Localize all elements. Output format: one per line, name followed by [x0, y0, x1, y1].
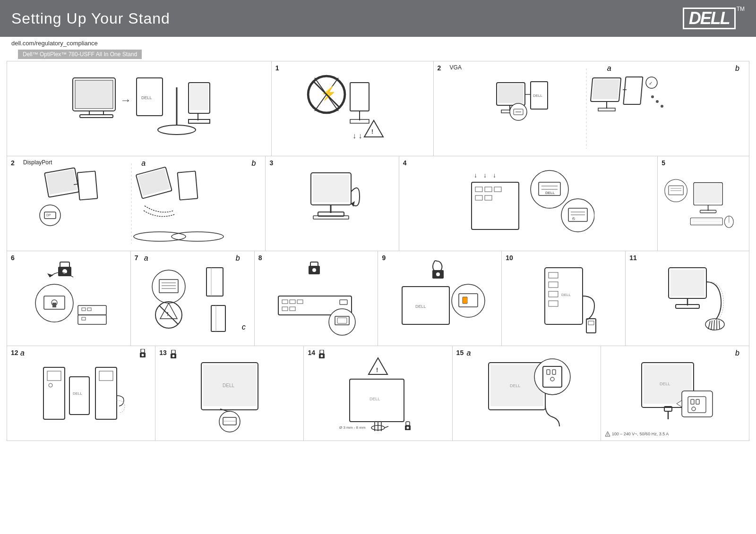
svg-rect-106 [82, 308, 86, 311]
svg-line-158 [711, 321, 712, 330]
dell-logo: DELL [683, 8, 736, 29]
panel-10-illustration: DELL [506, 258, 621, 339]
panel-7-number: 7 [135, 254, 138, 262]
svg-rect-12 [189, 119, 210, 123]
svg-rect-130 [282, 307, 288, 311]
svg-rect-68 [485, 195, 492, 200]
svg-text:⚡: ⚡ [320, 85, 337, 101]
voltage-text: 100 – 240 V~, 50/60 Hz, 3.5 A [612, 432, 669, 436]
svg-rect-148 [549, 301, 558, 306]
svg-rect-54 [178, 171, 198, 200]
svg-rect-1 [75, 80, 113, 109]
svg-rect-127 [282, 300, 288, 304]
svg-point-196 [407, 427, 409, 429]
panel-2dp-b-label: b [252, 159, 256, 168]
panel-12-a-label: a [20, 349, 25, 357]
panel-7-b-label: b [236, 254, 240, 263]
svg-line-157 [708, 321, 710, 329]
svg-text:DELL: DELL [533, 93, 543, 98]
svg-rect-39 [624, 77, 643, 104]
svg-marker-109 [47, 273, 53, 277]
panel-15a-number: 15 [456, 349, 464, 356]
product-label-container: Dell™ OptiPlex™ 780-USFF All In One Stan… [7, 50, 749, 61]
panel-2-b-label: b [735, 64, 739, 73]
product-label: Dell™ OptiPlex™ 780-USFF All In One Stan… [18, 50, 142, 59]
svg-rect-58 [313, 175, 349, 202]
svg-rect-90 [690, 218, 722, 225]
dell-logo-container: DELL TM [683, 8, 745, 29]
tm-symbol: TM [737, 6, 745, 12]
svg-line-161 [719, 321, 720, 329]
svg-rect-46 [46, 170, 77, 195]
panel-2-vga-illustration: DELL [438, 68, 745, 149]
panel-15a-label: a [467, 349, 471, 357]
svg-rect-102 [52, 303, 56, 307]
panel-11: 11 [626, 251, 749, 346]
panel-2-vga-sublabel: VGA [450, 64, 462, 71]
panel-2-vga: 2 VGA a b DELL [434, 61, 749, 156]
panel-intro-illustration: → DELL [11, 68, 267, 149]
panel-14-lock-icon [318, 350, 326, 361]
svg-rect-36 [593, 79, 620, 99]
panel-12-b-icon [139, 349, 146, 360]
panel-4-illustration: ↓ ↓ ↓ DELL [403, 163, 653, 244]
panel-4: 4 ↓ ↓ ↓ [399, 156, 658, 251]
footer-voltage-note: ! 100 – 240 V~, 50/60 Hz, 3.5 A [605, 431, 669, 437]
svg-rect-129 [297, 300, 303, 304]
instruction-row-3: 6 [7, 251, 749, 346]
svg-text:↓: ↓ [483, 171, 487, 179]
instruction-row-1: → DELL 1 [7, 61, 749, 156]
panel-2dp-a-label: a [141, 159, 146, 168]
panel-9-number: 9 [382, 254, 386, 262]
svg-point-200 [534, 359, 570, 395]
svg-marker-117 [160, 303, 177, 319]
panel-5: 5 [658, 156, 749, 251]
panel-8-illustration [258, 258, 374, 339]
svg-point-56 [172, 232, 223, 241]
svg-rect-64 [475, 187, 482, 192]
svg-point-125 [312, 268, 316, 272]
svg-rect-119 [206, 268, 223, 296]
panel-9: 9 DELL [378, 251, 502, 346]
panel-13-illustration: DELL [159, 353, 300, 433]
svg-rect-162 [141, 349, 145, 353]
svg-rect-172 [172, 350, 175, 354]
svg-line-192 [385, 426, 388, 428]
panel-2-dp-number: 2 [11, 159, 15, 167]
panel-2-dp-illustration: DP [11, 163, 261, 244]
panel-12-number: 12 [11, 349, 18, 356]
panel-6-illustration [11, 258, 127, 339]
panel-14: 14 ! DELL [304, 346, 452, 441]
panel-intro: → DELL [7, 61, 272, 156]
svg-rect-87 [695, 184, 722, 203]
panel-14-number: 14 [308, 349, 315, 356]
svg-rect-131 [290, 307, 295, 311]
panel-10: 10 DELL [502, 251, 626, 346]
svg-point-133 [329, 309, 355, 335]
svg-rect-146 [549, 282, 558, 288]
svg-text:DELL: DELL [369, 397, 380, 401]
panel-1: 1 ⚡ [272, 61, 434, 156]
svg-text:✓: ✓ [649, 81, 653, 86]
panel-15a-illustration: DELL [456, 353, 597, 433]
panel-3-illustration [269, 163, 395, 244]
panel-15b: b DELL [601, 346, 749, 441]
svg-text:↓: ↓ [474, 171, 477, 179]
svg-rect-26 [498, 84, 524, 103]
panel-12-illustration: DELL [11, 353, 151, 433]
svg-point-140 [452, 284, 485, 317]
panel-7-a-label: a [144, 254, 148, 263]
panel-12: 12 a [7, 346, 155, 441]
regulatory-url: dell.com/regulatory_compliance [11, 40, 98, 47]
svg-text:DELL: DELL [545, 191, 555, 195]
panel-5-illustration [662, 163, 745, 244]
panel-6: 6 [7, 251, 131, 346]
svg-text:DP: DP [46, 213, 51, 217]
svg-rect-10 [190, 84, 208, 110]
svg-text:DELL: DELL [660, 381, 670, 386]
panel-7-illustration: ! [135, 258, 250, 339]
panel-2-vga-number: 2 [438, 64, 441, 72]
instruction-row-2: 2 DisplayPort a b DP [7, 156, 749, 251]
svg-rect-128 [290, 300, 295, 304]
svg-rect-145 [549, 272, 558, 278]
